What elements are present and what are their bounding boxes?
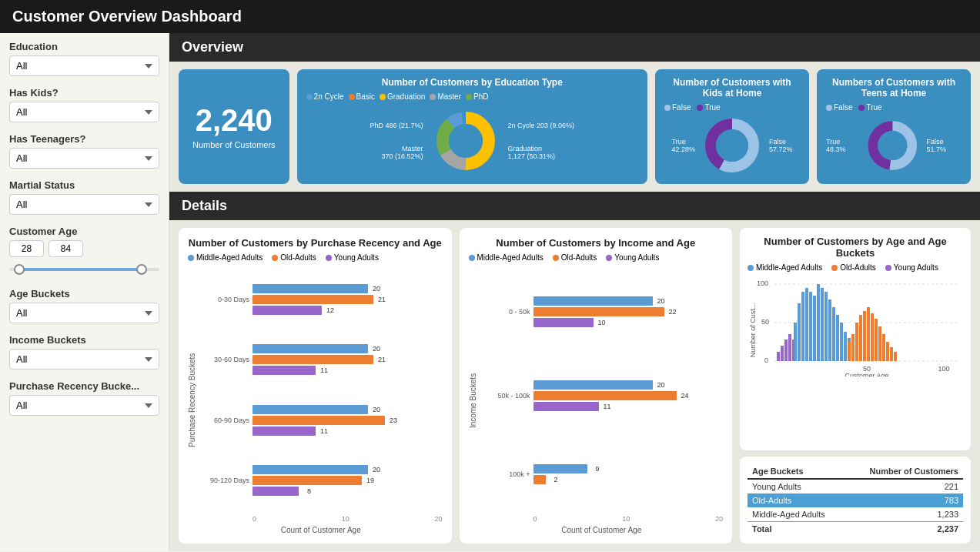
master-pct-label: 370 (16.52%) (370, 152, 423, 160)
bar-50k-100k-old: 24 (533, 391, 677, 400)
hist-bar-young-4 (788, 334, 791, 361)
histogram-legend: Middle-Aged Adults Old-Adults Young Adul… (748, 263, 963, 272)
bar-stack-60-90: 20 23 11 (253, 405, 443, 436)
income-tick-20: 20 (715, 515, 723, 523)
filter-age-buckets-select[interactable]: All (9, 303, 159, 323)
bar-row-30-60-young: 11 (253, 366, 443, 375)
filter-income-buckets-label: Income Buckets (9, 334, 159, 346)
legend-true-teens: True (858, 103, 881, 112)
bar-val-60-90-young: 11 (320, 427, 328, 435)
bar-val-100k-old: 2 (554, 476, 557, 483)
income-legend-young: Young Adults (606, 253, 659, 262)
education-donut-svg (431, 106, 500, 176)
income-tick-10: 10 (622, 515, 630, 523)
hist-bar-old-4 (859, 315, 862, 361)
income-dot-old (553, 255, 559, 261)
legend-dot-false-teens (826, 105, 832, 111)
legend-dot-2ncycle (306, 94, 313, 100)
hist-bar-old-6 (867, 307, 870, 361)
filter-purchase-recency-label: Purchase Recency Bucke... (9, 380, 159, 392)
bar-row-0-50k-young: 10 (533, 318, 724, 327)
overview-section: 2,240 Number of Customers Number of Cust… (169, 62, 980, 192)
bar-50k-100k-young: 11 (533, 402, 599, 411)
bar-val-0-30-middle: 20 (373, 285, 380, 293)
filter-has-kids-select[interactable]: All (9, 102, 159, 122)
age-max-input[interactable]: 84 (48, 240, 83, 257)
legend-graduation: Graduation (380, 92, 425, 101)
teens-left-label: True 48.3% (826, 138, 858, 153)
filter-purchase-recency-select[interactable]: All (9, 395, 159, 416)
legend-true-kids: True (697, 103, 720, 112)
education-left-labels: PhD 486 (21.7%) Master 370 (16.52%) (370, 122, 423, 160)
bar-90-120-old: 19 (253, 476, 362, 485)
filter-income-buckets: Income Buckets All (9, 334, 159, 370)
filter-has-kids: Has Kids? All (9, 87, 159, 122)
recency-x-label: Count of Customer Age (199, 526, 443, 534)
summary-table: Age Buckets Number of Customers Young Ad… (748, 464, 963, 536)
income-legend-middle: Middle-Aged Adults (469, 253, 544, 262)
bar-0-30-young: 12 (253, 306, 322, 315)
hist-x-label: Customer Age (845, 372, 888, 376)
bar-row-50k-100k-young: 11 (533, 402, 724, 411)
row-old-value: 783 (846, 493, 963, 507)
page-title: Customer Overview Dashboard (12, 8, 242, 25)
slider-thumb-right[interactable] (136, 264, 147, 275)
hist-y-100: 100 (757, 279, 768, 287)
table-row-young: Young Adults 221 (748, 479, 963, 493)
slider-thumb-left[interactable] (14, 264, 25, 275)
teens-donut-svg (865, 115, 921, 176)
histogram-svg: 100 50 0 Number of Cust... (748, 276, 963, 376)
recency-dot-middle (188, 255, 194, 261)
bar-row-100k-middle: 9 (533, 464, 724, 473)
legend-dot-true-teens (858, 105, 865, 111)
filter-income-buckets-select[interactable]: All (9, 349, 159, 370)
filter-education-label: Education (9, 41, 159, 52)
legend-dot-graduation (380, 94, 386, 100)
bar-val-30-60-middle: 20 (373, 345, 380, 353)
age-min-input[interactable]: 28 (9, 240, 44, 257)
kids-legend: False True (664, 103, 800, 112)
bar-0-50k-middle: 20 (533, 296, 653, 306)
hist-bar-mid-9 (824, 292, 828, 361)
recency-chart-title: Number of Customers by Purchase Recency … (188, 237, 443, 249)
filter-has-teenagers: Has Teenagers? All (9, 133, 159, 169)
histogram-card: Number of Customers by Age and Age Bucke… (740, 228, 971, 450)
hist-bar-old-5 (863, 311, 866, 361)
hist-bar-mid-4 (805, 288, 808, 361)
bar-0-30-old: 21 (253, 295, 373, 304)
teens-chart-title: Numbers of Customers with Teens at Home (826, 77, 962, 99)
legend-basic: Basic (349, 92, 375, 101)
hist-bar-old-3 (855, 323, 858, 361)
hist-bar-old-1 (848, 342, 851, 361)
filter-education-select[interactable]: All (9, 55, 159, 76)
bar-val-50k-100k-young: 11 (603, 403, 610, 410)
teens-true-label: True 48.3% (826, 138, 858, 153)
bar-group-0-30: 0-30 Days 20 21 (199, 284, 443, 315)
legend-false-teens: False (826, 103, 852, 112)
2ncycle-label: 2n Cycle 203 (9.06%) (508, 122, 575, 129)
recency-y-label: Purchase Recency Buckets (188, 266, 196, 534)
income-chart-title: Number of Customers by Income and Age (469, 237, 724, 249)
bar-90-120-young: 8 (253, 487, 299, 496)
total-customers-label: Number of Customers (192, 140, 276, 149)
hist-legend-young: Young Adults (885, 263, 938, 272)
income-chart-legend: Middle-Aged Adults Old-Adults Young Adul… (469, 253, 724, 262)
bar-group-0-50k: 0 - 50k 20 22 (480, 296, 724, 327)
graduation-label: Graduation (508, 145, 575, 152)
bar-30-60-old: 21 (253, 355, 373, 364)
page-header: Customer Overview Dashboard (0, 0, 980, 33)
hist-bar-young-1 (777, 352, 780, 361)
teens-right-label: False 51.7% (927, 138, 962, 153)
bar-row-100k-old: 2 (533, 475, 724, 484)
row-middle-value: 1,233 (846, 507, 963, 522)
filter-martial-status-select[interactable]: All (9, 194, 159, 215)
bar-row-50k-100k-old: 24 (533, 391, 724, 400)
filter-has-teenagers-select[interactable]: All (9, 148, 159, 169)
legend-false-kids: False (664, 103, 691, 112)
teens-chart-card: Numbers of Customers with Teens at Home … (817, 69, 971, 184)
age-range-slider[interactable] (9, 262, 159, 277)
teens-chart-body: True 48.3% False 51.7% (826, 115, 962, 176)
bar-30-60-middle: 20 (253, 344, 368, 353)
bar-val-100k-middle: 9 (595, 465, 599, 473)
bar-val-0-50k-old: 22 (668, 308, 676, 316)
